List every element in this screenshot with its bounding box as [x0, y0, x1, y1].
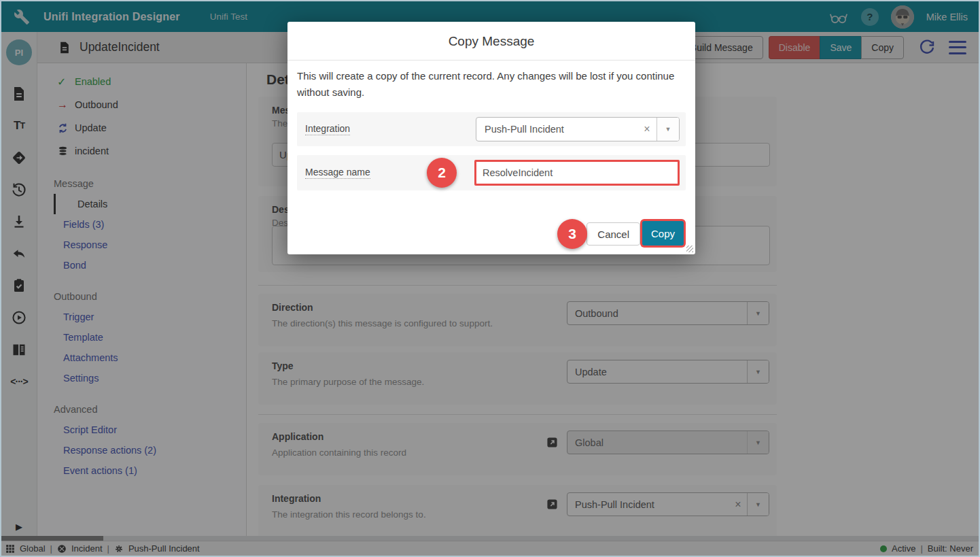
annotation-step-3: 3 — [557, 219, 587, 249]
annotation-step-2: 2 — [427, 158, 457, 188]
resize-grip[interactable] — [686, 246, 693, 252]
integration-label: Integration — [305, 123, 350, 135]
message-name-label: Message name — [305, 167, 370, 179]
chevron-down-icon[interactable]: ▼ — [657, 118, 679, 141]
dialog-field-integration: Integration Push-Pull Incident × ▼ — [297, 112, 686, 146]
dialog-copy-button[interactable]: Copy — [642, 221, 684, 246]
clear-icon[interactable]: × — [637, 123, 657, 135]
copy-message-dialog: Copy Message This will create a copy of … — [287, 22, 695, 254]
dialog-message-name-input[interactable] — [474, 160, 680, 186]
dialog-cancel-button[interactable]: Cancel — [587, 222, 640, 246]
dialog-title: Copy Message — [287, 22, 695, 61]
dialog-field-message-name: Message name — [297, 155, 686, 190]
app-window: Unifi Integration Designer Unifi Test ? — [0, 0, 980, 557]
dialog-body-text: This will create a copy of the current r… — [297, 68, 686, 101]
dialog-integration-select[interactable]: Push-Pull Incident × ▼ — [476, 117, 680, 141]
